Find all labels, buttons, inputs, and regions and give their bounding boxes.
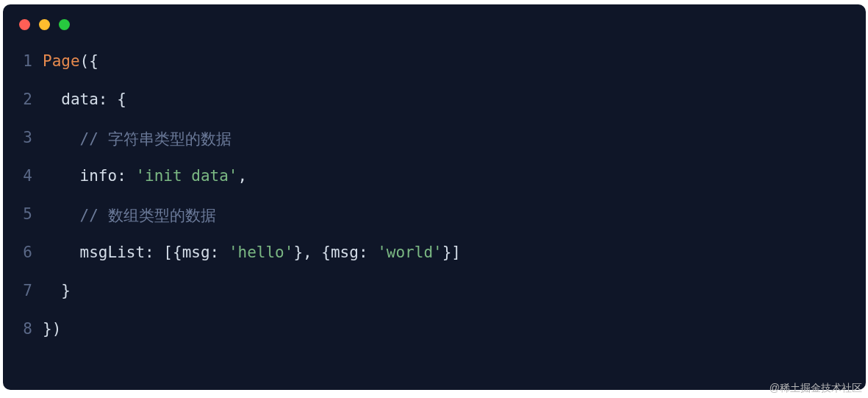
line-number: 2	[16, 90, 43, 108]
code-content: Page({	[43, 52, 98, 70]
token-punct: ({	[80, 52, 98, 70]
maximize-icon[interactable]	[59, 19, 70, 30]
code-content: })	[43, 320, 61, 338]
token-comment: // 数组类型的数据	[80, 207, 216, 224]
token-text: }, {msg:	[293, 244, 377, 261]
code-content: info: 'init data',	[43, 167, 247, 185]
token-indent	[43, 207, 80, 224]
code-line: 7 }	[16, 282, 866, 320]
token-string: 'init data'	[135, 167, 237, 185]
token-function: Page	[43, 52, 80, 70]
watermark-text: @稀土掘金技术社区	[770, 382, 862, 395]
line-number: 7	[16, 282, 43, 299]
token-punct: }]	[442, 244, 461, 261]
line-number: 1	[16, 52, 43, 70]
code-editor-window: 1 Page({ 2 data: { 3 // 字符串类型的数据 4 info:…	[3, 4, 866, 390]
token-string: 'hello'	[229, 244, 294, 261]
code-line: 3 // 字符串类型的数据	[16, 129, 866, 167]
code-content: data: {	[43, 90, 126, 108]
code-content: // 字符串类型的数据	[43, 129, 232, 149]
code-line: 4 info: 'init data',	[16, 167, 866, 205]
code-body: 1 Page({ 2 data: { 3 // 字符串类型的数据 4 info:…	[3, 38, 866, 358]
token-text: info:	[43, 167, 135, 185]
code-line: 2 data: {	[16, 90, 866, 129]
token-comment: // 字符串类型的数据	[80, 130, 232, 148]
code-line: 6 msgList: [{msg: 'hello'}, {msg: 'world…	[16, 244, 866, 282]
line-number: 3	[16, 129, 43, 146]
code-content: msgList: [{msg: 'hello'}, {msg: 'world'}…	[43, 244, 461, 261]
window-titlebar	[3, 4, 866, 38]
minimize-icon[interactable]	[39, 19, 50, 30]
line-number: 8	[16, 320, 43, 338]
line-number: 4	[16, 167, 43, 185]
code-line: 8 })	[16, 320, 866, 358]
token-indent	[43, 130, 80, 148]
token-string: 'world'	[377, 244, 442, 261]
line-number: 5	[16, 205, 43, 223]
line-number: 6	[16, 244, 43, 261]
code-content: }	[43, 282, 71, 299]
code-line: 5 // 数组类型的数据	[16, 205, 866, 244]
token-punct: ,	[238, 167, 248, 185]
code-content: // 数组类型的数据	[43, 205, 216, 226]
close-icon[interactable]	[19, 19, 30, 30]
code-line: 1 Page({	[16, 52, 866, 90]
token-text: msgList: [{msg:	[43, 244, 229, 261]
